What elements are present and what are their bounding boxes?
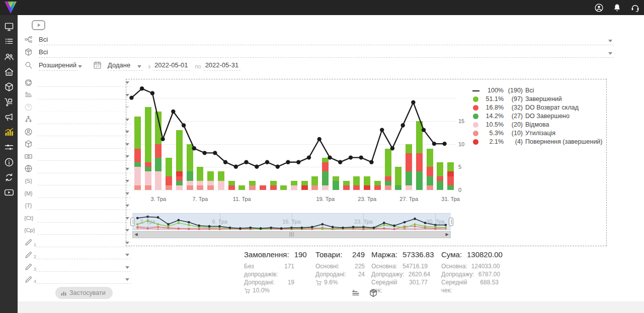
bar-segment-completed <box>218 171 224 180</box>
navigator-scrollbar[interactable]: ◀ ||| ▶ <box>132 231 451 238</box>
legend-dot-swatch <box>472 121 479 128</box>
svg-text:17: 17 <box>96 65 99 68</box>
navigator-left-handle[interactable] <box>130 218 135 226</box>
sidebar-item-automation[interactable] <box>0 140 18 155</box>
legend-item-utilization[interactable]: 5.3%(10)Утилізація <box>472 129 604 137</box>
hierarchy-icon <box>24 115 33 124</box>
scroll-right-arrow-icon[interactable]: ▶ <box>444 232 450 238</box>
stat-row-label: Допродані: <box>244 278 275 286</box>
filter-select[interactable] <box>38 115 131 124</box>
filter-select[interactable] <box>38 189 131 198</box>
filter-row-cube <box>24 138 131 151</box>
stat-row-label: Основна: <box>441 262 467 270</box>
legend-item-return_completed[interactable]: 2.1%(4)Повернення (завершений) <box>472 137 604 146</box>
trolley-icon <box>4 97 14 107</box>
orders-line-series <box>126 69 450 171</box>
stat-row-label: Допродані: <box>315 270 346 278</box>
legend-label: Завершений <box>525 95 562 102</box>
notifications-icon[interactable] <box>612 3 622 13</box>
scrollbar-grip[interactable]: ||| <box>277 232 307 238</box>
sidebar-item-orders[interactable] <box>0 34 18 49</box>
bar-segment-refusal <box>145 171 151 185</box>
sidebar-item-info[interactable] <box>0 155 18 170</box>
legend-item-completed[interactable]: 51.1%(97)Завершений <box>472 94 604 103</box>
statuses-view-toggle[interactable] <box>351 288 360 297</box>
globe-icon <box>24 164 33 173</box>
filter-select[interactable] <box>38 226 131 235</box>
filter-select[interactable] <box>38 152 131 161</box>
sidebar-item-updates[interactable] <box>0 170 18 185</box>
bar-segment-completed <box>280 185 287 190</box>
filter-select[interactable] <box>38 201 131 210</box>
legend-label: Повернення (завершений) <box>525 138 603 145</box>
sidebar-item-marketing[interactable] <box>0 110 18 125</box>
filter-select[interactable] <box>38 176 131 185</box>
legend-dot-swatch <box>472 138 479 145</box>
sidebar-item-clients[interactable] <box>0 49 18 64</box>
search-icon <box>24 61 33 69</box>
navigator-right-handle[interactable] <box>449 218 453 226</box>
filter-row-products[interactable]: Всі <box>24 46 614 58</box>
bar-segment-do_return <box>437 176 443 181</box>
x-tick-label: 23. Тра <box>358 196 376 202</box>
bar-segment-refusal <box>218 181 224 190</box>
legend-count: (20) <box>504 121 523 128</box>
scroll-left-arrow-icon[interactable]: ◀ <box>133 232 139 238</box>
apply-button[interactable]: Застосувати <box>55 287 113 299</box>
legend-dot-swatch <box>472 95 479 102</box>
pencil-icon <box>24 238 33 247</box>
account-icon[interactable] <box>594 3 604 13</box>
bar-segment-utilization <box>385 185 391 190</box>
bar-segment-do_completed <box>416 171 423 190</box>
brace-label: {Cp} <box>24 227 33 233</box>
bar-segment-utilization <box>249 185 256 190</box>
filter-row-globe <box>24 163 131 175</box>
x-tick-label: 19. Тра <box>316 196 335 202</box>
y-tick-label: 5 <box>458 164 473 170</box>
sidebar-item-warehouse[interactable] <box>0 64 18 79</box>
legend-item-refusal[interactable]: 10.5%(20)Відмова <box>472 120 604 129</box>
filter-select[interactable] <box>38 127 131 136</box>
filter-select[interactable] <box>36 238 131 247</box>
filter-select[interactable] <box>38 140 131 149</box>
sidebar-item-purchases[interactable] <box>0 94 18 110</box>
navigator-label: 9. Тра <box>212 219 227 225</box>
bar-segment-do_completed <box>333 181 339 190</box>
legend-item-all[interactable]: 100%(190)Всі <box>472 86 604 94</box>
video-tutorial-button[interactable] <box>32 20 45 30</box>
products-select[interactable]: Всі <box>39 48 614 58</box>
filter-select[interactable] <box>38 78 131 87</box>
chart-navigator[interactable]: 2. Тра9. Тра16. Тра23. Тра30. Тра <box>132 213 451 230</box>
legend-item-do_completed[interactable]: 14.2%(27)DO Завершено <box>472 112 604 120</box>
chart-legend: 100%(190)Всі51.1%(97)Завершений16.8%(32)… <box>472 86 604 146</box>
legend-label: DO Завершено <box>525 113 570 120</box>
category-tree-icon <box>24 35 33 44</box>
filter-row-pencil-1: 1 <box>24 237 131 249</box>
categories-select[interactable]: Всі <box>39 36 614 45</box>
chart-icon <box>4 127 14 137</box>
filter-select[interactable] <box>38 164 131 173</box>
products-select-value: Всі <box>39 48 48 56</box>
filter-select[interactable] <box>38 102 131 112</box>
sidebar-item-dashboard[interactable] <box>0 19 18 34</box>
bar-segment-completed <box>228 181 235 185</box>
chevron-down-icon <box>608 52 612 55</box>
brand-logo-icon[interactable] <box>4 1 18 15</box>
legend-pct: 100% <box>482 87 504 94</box>
sidebar-item-video[interactable] <box>0 185 18 200</box>
products-view-toggle[interactable] <box>369 288 378 297</box>
sidebar-item-analytics[interactable] <box>0 125 18 140</box>
filter-select[interactable] <box>38 214 131 223</box>
monitor-icon <box>4 22 14 32</box>
stat-row-label: Допродажу: <box>371 270 405 278</box>
chevron-down-icon <box>78 65 82 68</box>
search-mode-select[interactable]: Розширений <box>39 61 78 71</box>
bar-segment-utilization <box>145 185 151 190</box>
stat-value: 249 <box>352 250 365 259</box>
sidebar-item-products[interactable] <box>0 79 18 94</box>
bar-segment-do_completed <box>176 181 183 185</box>
support-icon[interactable] <box>630 3 640 13</box>
legend-item-do_return[interactable]: 16.8%(32)DO Возврат склад <box>472 103 604 112</box>
filter-select[interactable] <box>38 90 131 99</box>
filter-row-categories[interactable]: Всі <box>24 33 614 45</box>
